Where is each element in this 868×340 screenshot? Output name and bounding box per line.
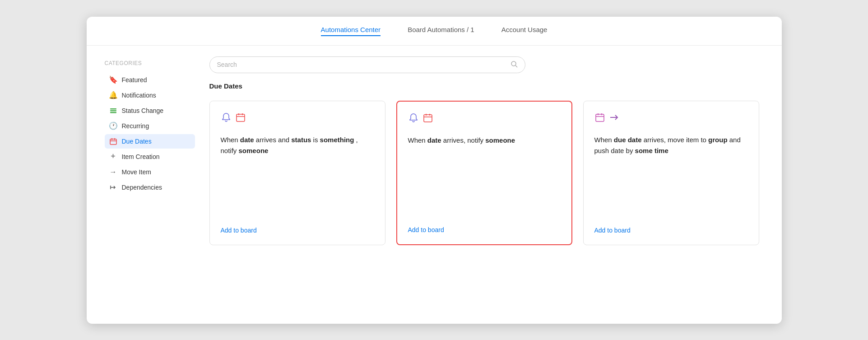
sidebar-item-status-change[interactable]: Status Change (105, 103, 195, 118)
calendar-icon-card2 (422, 112, 433, 126)
section-title: Due Dates (209, 82, 764, 90)
clock-icon: 🕐 (109, 122, 117, 130)
sidebar-item-dependencies[interactable]: Dependencies (105, 180, 195, 195)
svg-point-9 (511, 61, 516, 66)
card-text-1: When date arrives and status is somethin… (221, 135, 374, 214)
card-text-3: When due date arrives, move item to grou… (594, 135, 748, 214)
sidebar-item-move-item[interactable]: → Move Item (105, 165, 195, 179)
sidebar-title: Categories (105, 60, 195, 66)
card-text-2: When date arrives, notify someone (408, 135, 561, 214)
bell-icon-card1 (221, 112, 232, 126)
sidebar-item-notifications[interactable]: 🔔 Notifications (105, 88, 195, 102)
tab-board-automations[interactable]: Board Automations / 1 (408, 26, 474, 36)
bell-icon: 🔔 (109, 91, 117, 99)
search-input[interactable] (217, 61, 507, 68)
automation-card-2[interactable]: When date arrives, notify someone Add to… (396, 101, 572, 245)
svg-rect-0 (110, 108, 116, 110)
arrow-icon-card3 (609, 112, 620, 126)
sidebar-item-recurring[interactable]: 🕐 Recurring (105, 119, 195, 133)
add-to-board-button-3[interactable]: Add to board (594, 219, 748, 234)
sidebar-item-label: Move Item (122, 168, 151, 176)
svg-rect-11 (237, 114, 245, 121)
tab-automations-center[interactable]: Automations Center (321, 26, 381, 36)
bookmark-icon: 🔖 (109, 76, 117, 84)
search-bar[interactable] (209, 56, 525, 73)
add-to-board-button-1[interactable]: Add to board (221, 219, 374, 234)
automation-card-1[interactable]: When date arrives and status is somethin… (209, 101, 385, 245)
card-icons-3 (594, 112, 748, 126)
svg-rect-15 (424, 115, 432, 122)
sidebar: Categories 🔖 Featured 🔔 Notifications St… (105, 56, 195, 313)
search-icon (511, 61, 518, 69)
sidebar-item-label: Status Change (122, 107, 164, 114)
svg-rect-1 (110, 110, 116, 112)
calendar-icon (109, 137, 117, 145)
sidebar-item-item-creation[interactable]: + Item Creation (105, 149, 195, 164)
sidebar-item-due-dates[interactable]: Due Dates (105, 134, 195, 149)
main-window: Automations Center Board Automations / 1… (87, 17, 782, 324)
svg-line-10 (515, 65, 517, 67)
calendar-icon-card3 (594, 112, 605, 126)
automation-card-3[interactable]: When due date arrives, move item to grou… (583, 101, 759, 245)
tab-account-usage[interactable]: Account Usage (501, 26, 548, 36)
status-icon (109, 107, 117, 115)
sidebar-item-label: Recurring (122, 122, 149, 130)
sidebar-item-label: Item Creation (122, 153, 160, 160)
dependency-icon (109, 183, 117, 191)
content-area: Due Dates (209, 56, 764, 313)
plus-icon: + (109, 153, 117, 161)
add-to-board-button-2[interactable]: Add to board (408, 219, 561, 233)
card-icons-1 (221, 112, 374, 126)
calendar-icon-card1 (235, 112, 246, 126)
card-icons-2 (408, 112, 561, 126)
sidebar-item-label: Due Dates (122, 138, 152, 145)
cards-grid: When date arrives and status is somethin… (209, 101, 764, 245)
sidebar-item-label: Featured (122, 76, 147, 84)
svg-rect-2 (110, 112, 116, 113)
sidebar-item-featured[interactable]: 🔖 Featured (105, 73, 195, 87)
arrow-right-icon: → (109, 168, 117, 176)
bell-icon-card2 (408, 112, 419, 126)
sidebar-item-label: Notifications (122, 92, 156, 99)
sidebar-item-label: Dependencies (122, 184, 162, 191)
main-area: Categories 🔖 Featured 🔔 Notifications St… (87, 46, 782, 324)
top-nav: Automations Center Board Automations / 1… (87, 17, 782, 46)
svg-rect-3 (110, 139, 116, 144)
svg-rect-19 (596, 114, 604, 121)
